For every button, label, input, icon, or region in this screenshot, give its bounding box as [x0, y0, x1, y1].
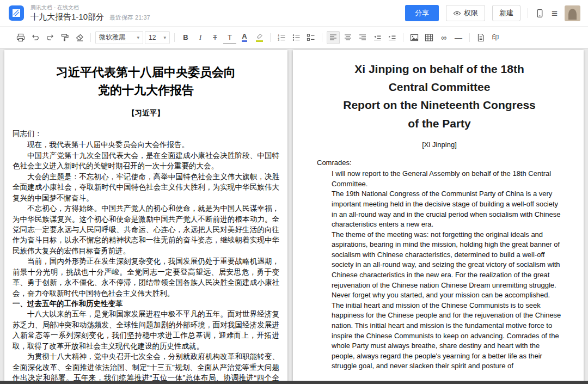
print-button[interactable]: [14, 31, 27, 44]
cn-paragraph[interactable]: 为贯彻十八大精神，党中央召开七次全会，分别就政府机构改革和职能转变、全面深化改革…: [13, 351, 279, 383]
align-right-icon: [358, 33, 367, 42]
en-salutation[interactable]: Comrades:: [317, 158, 562, 168]
font-size-value: 12: [149, 34, 156, 41]
align-left-button[interactable]: [327, 31, 340, 44]
en-paragraph[interactable]: I will now report to the General Assembl…: [332, 169, 562, 189]
toolbar-separator: [403, 33, 403, 42]
chevron-down-icon: ▾: [163, 35, 166, 40]
cn-title-line: 习近平代表第十八届中央委员会向: [13, 63, 279, 81]
insert-link-button[interactable]: ∞: [437, 31, 450, 44]
cn-doc-title[interactable]: 习近平代表第十八届中央委员会向 党的十九大作报告: [13, 63, 279, 99]
ordered-list-button[interactable]: 1 2 3: [275, 31, 288, 44]
bold-button[interactable]: B: [179, 31, 192, 44]
new-label: 新建: [499, 8, 513, 18]
permission-button[interactable]: 权限: [446, 5, 485, 21]
checklist-icon: [307, 33, 315, 42]
toolbar-separator: [270, 33, 271, 42]
clear-format-button[interactable]: [73, 31, 86, 44]
page-setup-button[interactable]: [474, 31, 487, 44]
toolbar-separator: [469, 33, 470, 42]
toolbar-separator: [322, 33, 322, 42]
new-button[interactable]: 新建: [492, 5, 520, 21]
cn-body-text: 同志们： 现在，我代表第十八届中央委员会向大会作报告。 中国共产党第十九次全国代…: [13, 129, 279, 383]
cn-section-heading[interactable]: 一、过去五年的工作和历史性变革: [13, 298, 279, 309]
align-center-icon: [344, 33, 352, 42]
highlight-color-button[interactable]: [253, 31, 266, 44]
redo-icon: [46, 33, 54, 42]
cn-paragraph[interactable]: 当前，国内外形势正在发生深刻复杂变化，我国发展仍处于重要战略机遇期，前景十分光明…: [13, 256, 279, 298]
link-icon: ∞: [441, 34, 446, 41]
en-title-line: Report on the Nineteenth Congress: [317, 96, 562, 114]
top-header: 腾讯文档 - 在线文档 十九大报告1-10部分 最近保存 21:37 分享 权限…: [0, 0, 588, 27]
align-right-button[interactable]: [356, 31, 369, 44]
save-status: 最近保存 21:37: [109, 14, 150, 21]
horizontal-rule-button[interactable]: —: [452, 31, 465, 44]
document-area: 习近平代表第十八届中央委员会向 党的十九大作报告 【习近平】 同志们： 现在，我…: [0, 48, 588, 383]
en-title-line: Central Committee: [317, 78, 562, 96]
cn-byline[interactable]: 【习近平】: [13, 108, 279, 118]
printer-icon: [16, 33, 25, 42]
indent-icon: [388, 33, 396, 42]
print-preview-button[interactable]: 印: [489, 31, 502, 44]
bullet-list-icon: [292, 33, 301, 42]
menu-icon[interactable]: ≡: [552, 8, 558, 19]
underline-button[interactable]: T: [223, 31, 236, 44]
redo-button[interactable]: [44, 31, 57, 44]
document-page-english[interactable]: Xi Jinping on behalf of the 18th Central…: [293, 50, 584, 383]
svg-text:3: 3: [278, 38, 279, 41]
en-byline[interactable]: [Xi Jinping]: [317, 141, 562, 149]
cn-salutation[interactable]: 同志们：: [13, 129, 279, 139]
chevron-down-icon: ▾: [137, 35, 139, 40]
cn-paragraph[interactable]: 十八大以来的五年，是党和国家发展进程中极不平凡的五年。面对世界经济复苏乏力、局部…: [13, 309, 279, 351]
insert-table-button[interactable]: [422, 31, 436, 44]
mobile-app-icon[interactable]: [535, 9, 544, 18]
indent-button[interactable]: [385, 31, 399, 44]
insert-image-button[interactable]: [408, 31, 421, 44]
cn-title-line: 党的十九大作报告: [13, 81, 279, 99]
checklist-button[interactable]: [304, 31, 317, 44]
image-icon: [410, 33, 419, 42]
undo-icon: [31, 33, 40, 42]
eraser-icon: [75, 33, 84, 42]
en-paragraph[interactable]: The theme of the meeting was: not forget…: [332, 230, 562, 290]
cn-paragraph[interactable]: 不忘初心，方得始终。中国共产党人的初心和使命，就是为中国人民谋幸福，为中华民族谋…: [13, 203, 279, 256]
share-button[interactable]: 分享: [405, 5, 439, 21]
outdent-icon: [373, 33, 382, 42]
en-title-line: of the Party: [317, 114, 562, 132]
font-color-icon: A: [242, 33, 247, 42]
undo-button[interactable]: [29, 31, 42, 44]
en-paragraph[interactable]: Never forget why you started, and your m…: [332, 290, 562, 371]
align-left-icon: [329, 33, 338, 42]
user-avatar[interactable]: [565, 5, 580, 21]
align-center-button[interactable]: [341, 31, 354, 44]
italic-button[interactable]: I: [194, 31, 207, 44]
permission-label: 权限: [464, 8, 478, 18]
document-page-chinese[interactable]: 习近平代表第十八届中央委员会向 党的十九大作报告 【习近平】 同志们： 现在，我…: [4, 50, 287, 383]
horizontal-rule-icon: —: [455, 34, 462, 41]
en-body-text: Comrades: I will now report to the Gener…: [317, 158, 562, 371]
tencent-docs-logo-icon: [8, 4, 25, 22]
toolbar-separator: [90, 33, 91, 42]
font-color-button[interactable]: A: [238, 31, 251, 44]
cn-paragraph[interactable]: 中国共产党第十九次全国代表大会，是在全面建成小康社会决胜阶段、中国特色社会主义进…: [13, 150, 279, 172]
bullet-list-button[interactable]: [290, 31, 303, 44]
en-doc-title[interactable]: Xi Jinping on behalf of the 18th Central…: [317, 60, 562, 132]
breadcrumb[interactable]: 腾讯文档 - 在线文档: [30, 4, 150, 11]
en-title-line: Xi Jinping on behalf of the 18th: [317, 60, 562, 78]
cn-paragraph[interactable]: 大会的主题是：不忘初心，牢记使命，高举中国特色社会主义伟大旗帜，决胜全面建成小康…: [13, 172, 279, 203]
ordered-list-icon: 1 2 3: [277, 33, 286, 42]
font-size-dropdown[interactable]: 12 ▾: [145, 31, 170, 44]
tencent-docs-logo[interactable]: [8, 4, 25, 22]
en-paragraph[interactable]: The 19th National Congress of the Commun…: [332, 189, 562, 229]
window-bottom-edge: [0, 381, 588, 384]
format-painter-button[interactable]: [58, 31, 71, 44]
document-title[interactable]: 十九大报告1-10部分: [30, 12, 104, 22]
font-family-dropdown[interactable]: 微软雅黑 ▾: [95, 31, 143, 44]
editor-toolbar: 微软雅黑 ▾ 12 ▾ B I T T A 1 2 3: [0, 27, 588, 48]
cn-paragraph[interactable]: 现在，我代表第十八届中央委员会向大会作报告。: [13, 139, 279, 150]
header-divider: [528, 8, 528, 18]
strikethrough-button[interactable]: T: [209, 31, 222, 44]
font-family-value: 微软雅黑: [99, 33, 125, 42]
outdent-button[interactable]: [371, 31, 384, 44]
format-painter-icon: [60, 33, 69, 42]
